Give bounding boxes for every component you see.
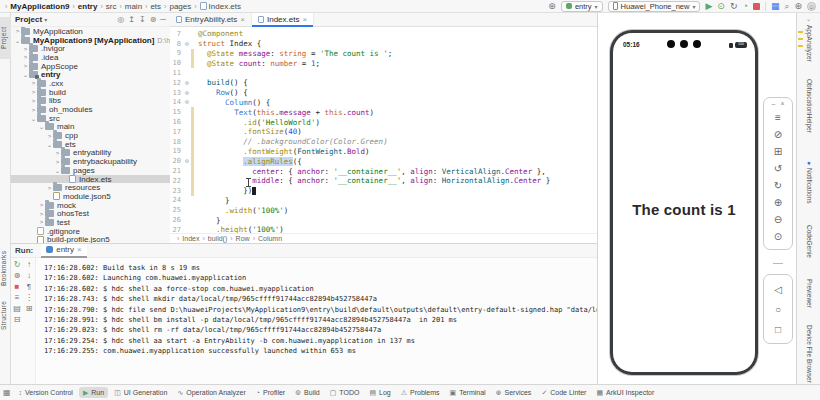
- tree-row[interactable]: .gitignore: [11, 227, 170, 236]
- toolwindow-button[interactable]: ◔ Profiler: [252, 387, 289, 398]
- console-toolbar-icon[interactable]: ≡: [15, 294, 20, 302]
- tree-row[interactable]: > test: [11, 218, 170, 227]
- breadcrumb-item[interactable]: › pages: [163, 2, 191, 11]
- sidebar-tab-structure[interactable]: Structure: [0, 294, 11, 336]
- mirror-action-icon[interactable]: ↺: [774, 160, 782, 177]
- project-tool-icon[interactable]: ⊛: [150, 15, 157, 24]
- tree-row[interactable]: > MyApplication: [11, 27, 170, 36]
- tree-row[interactable]: ⌄ src: [11, 114, 170, 123]
- mirror-action-icon[interactable]: ⊘: [774, 126, 782, 143]
- toolwindow-button[interactable]: ▦ ArkUI Inspector: [592, 387, 658, 398]
- tree-chevron-icon[interactable]: ⌄: [38, 123, 45, 130]
- toolwindow-button[interactable]: ▢ TODO: [326, 387, 364, 398]
- code-editor[interactable]: 7@Component8⊖struct Index {9 @State mess…: [170, 27, 597, 233]
- tree-chevron-icon[interactable]: >: [38, 211, 45, 217]
- stop-button[interactable]: [753, 3, 760, 10]
- restart-button[interactable]: ↻: [730, 2, 738, 11]
- nav-button-icon[interactable]: ◁: [774, 279, 782, 299]
- minimize-icon[interactable]: –: [772, 100, 776, 107]
- tree-chevron-icon[interactable]: >: [30, 80, 37, 86]
- sidebar-tab-codegenie[interactable]: CodeGenie: [799, 225, 819, 258]
- console-toolbar-icon[interactable]: ¶: [27, 283, 31, 291]
- close-tab-icon[interactable]: ×: [77, 245, 82, 254]
- tree-row[interactable]: ⌄ pages: [11, 166, 170, 175]
- tree-row[interactable]: build-profile.json5: [11, 236, 170, 244]
- tree-row[interactable]: > build: [11, 88, 170, 97]
- close-icon[interactable]: ×: [780, 100, 784, 107]
- console-toolbar-icon[interactable]: ↑: [27, 261, 31, 269]
- tree-row[interactable]: > resources: [11, 183, 170, 192]
- tree-row[interactable]: > ohosTest: [11, 209, 170, 218]
- device-manager-icon[interactable]: ▦: [771, 2, 780, 11]
- tree-chevron-icon[interactable]: >: [22, 63, 29, 69]
- sidebar-tab-notifications[interactable]: ● Notifications: [799, 159, 819, 203]
- console-toolbar-icon[interactable]: ⊞: [26, 305, 33, 313]
- mirror-action-icon[interactable]: ≡: [775, 109, 781, 126]
- console-toolbar-icon[interactable]: ⊟: [14, 316, 21, 324]
- editor-tab[interactable]: Index.ets ×: [252, 13, 314, 26]
- toolwindow-button[interactable]: ⊚ Build: [291, 387, 323, 398]
- tree-row[interactable]: > .hvigor: [11, 44, 170, 53]
- mirror-action-icon[interactable]: ⊙: [774, 228, 782, 245]
- tree-row[interactable]: > entrybackupability: [11, 157, 170, 166]
- breadcrumb-item[interactable]: › MyApplication9: [4, 2, 69, 11]
- tree-row[interactable]: module.json5: [11, 192, 170, 201]
- console-toolbar-icon[interactable]: ▤: [13, 305, 21, 313]
- chevron-down-icon[interactable]: ▾: [44, 16, 47, 23]
- project-tool-icon[interactable]: ─: [160, 15, 166, 24]
- sidebar-tab-obfuscationhelper[interactable]: ObfuscationHelper: [799, 79, 819, 133]
- console-toolbar-icon[interactable]: ↻: [14, 261, 21, 269]
- toolwindow-button[interactable]: ⊛ Services: [492, 387, 536, 398]
- tree-row[interactable]: > AppScope: [11, 62, 170, 71]
- tree-chevron-icon[interactable]: >: [38, 202, 45, 208]
- sidebar-tab-previewer[interactable]: Previewer: [799, 279, 819, 308]
- sidebar-tab-project[interactable]: Project: [0, 17, 11, 59]
- breadcrumb-item[interactable]: › src: [99, 2, 116, 11]
- toolwindow-button[interactable]: ✓ Code Linter: [537, 387, 590, 398]
- tree-row[interactable]: ⌄ main: [11, 123, 170, 132]
- profiler-button[interactable]: ◔: [742, 2, 747, 11]
- settings-icon[interactable]: ⊛: [794, 2, 802, 11]
- breadcrumb-item[interactable]: › ets: [144, 2, 161, 11]
- mirror-action-icon[interactable]: ↻: [774, 177, 782, 194]
- console-toolbar-icon[interactable]: ⊛: [14, 272, 21, 280]
- console-toolbar-icon[interactable]: ⋮: [25, 294, 33, 302]
- tree-chevron-icon[interactable]: ⌄: [46, 141, 53, 148]
- toolwindow-button[interactable]: ▣ Terminal: [446, 387, 490, 398]
- toolwindow-button[interactable]: ↕ Version Control: [15, 387, 77, 398]
- close-tab-icon[interactable]: ×: [302, 15, 307, 24]
- tree-row[interactable]: > oh_modules: [11, 105, 170, 114]
- tree-row[interactable]: > .idea: [11, 53, 170, 62]
- mirror-action-icon[interactable]: ⊞: [774, 143, 782, 160]
- tree-chevron-icon[interactable]: >: [14, 28, 21, 34]
- toolwindow-button[interactable]: ▶ Run: [79, 387, 108, 398]
- nav-button-icon[interactable]: □: [775, 319, 781, 339]
- editor-breadcrumb-item[interactable]: › Row: [229, 235, 249, 242]
- sidebar-tab-appanalyzer[interactable]: AppAnalyzer: [799, 25, 819, 62]
- run-tab-entry[interactable]: entry ×: [41, 244, 86, 258]
- tree-chevron-icon[interactable]: ⌄: [30, 115, 37, 122]
- tree-row[interactable]: > entryability: [11, 149, 170, 158]
- toolwindow-button[interactable]: ⚠ Problems: [397, 387, 444, 398]
- tree-row[interactable]: Index.ets: [11, 175, 170, 184]
- tree-chevron-icon[interactable]: >: [22, 46, 29, 52]
- tool-windows-icon[interactable]: ▦: [3, 388, 11, 397]
- chevron-down-icon[interactable]: ⌄: [797, 15, 820, 22]
- project-panel-title[interactable]: Project: [15, 15, 42, 24]
- tree-row[interactable]: > libs: [11, 97, 170, 106]
- toolwindow-button[interactable]: ▤ Log: [365, 387, 394, 398]
- tree-chevron-icon[interactable]: ⌄: [14, 37, 21, 44]
- breadcrumb-item[interactable]: › main: [118, 2, 142, 11]
- tree-row[interactable]: ⌄ ets: [11, 140, 170, 149]
- console-toolbar-icon[interactable]: ↓: [27, 272, 31, 280]
- toolwindow-button[interactable]: ∿ Operation Analyzer: [173, 387, 249, 398]
- run-config-selector[interactable]: entry ▾: [561, 1, 603, 12]
- tree-row[interactable]: > mock: [11, 201, 170, 210]
- tree-row[interactable]: ⌄ entry: [11, 70, 170, 79]
- ide-settings-icon[interactable]: ⊛: [548, 2, 556, 11]
- tree-chevron-icon[interactable]: ⌄: [54, 167, 61, 174]
- project-tool-icon[interactable]: ◎: [117, 15, 124, 24]
- search-icon[interactable]: ⌕: [784, 2, 789, 11]
- tree-chevron-icon[interactable]: >: [22, 54, 29, 60]
- tree-row[interactable]: ⌄ MyApplication9 [MyApplication] D:\huaw…: [11, 36, 170, 45]
